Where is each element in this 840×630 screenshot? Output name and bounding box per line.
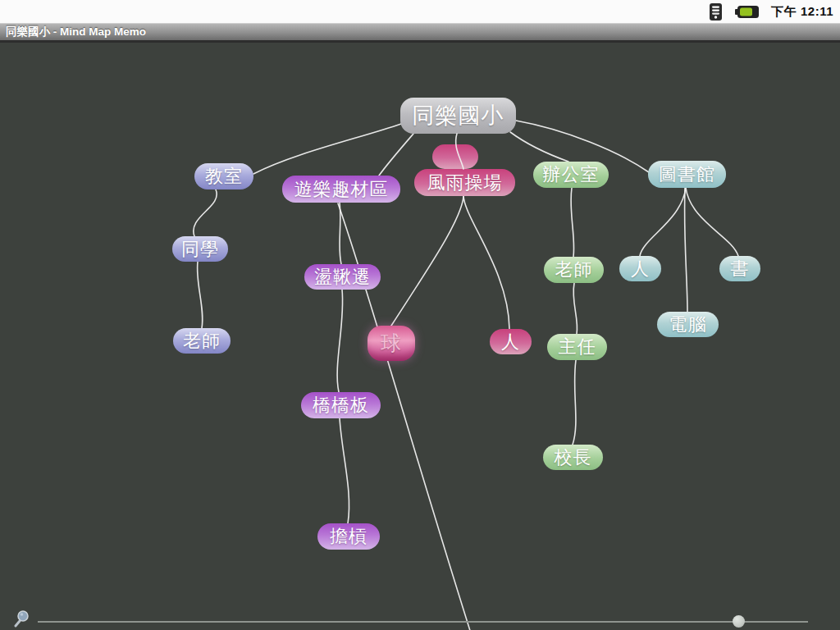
mindmap-node-play-area[interactable]: 遊樂趣材區 [282, 176, 400, 203]
title-bar: 同樂國小 - Mind Map Memo [0, 23, 840, 43]
mindmap-nodes-layer: 同樂國小教室同學老師遊樂趣材區盪鞦遷橋橋板擔槓風雨操場球人辦公室老師主任校長圖書… [0, 0, 840, 630]
mindmap-node-classmate[interactable]: 同學 [172, 236, 228, 262]
mindmap-node-unnamed[interactable] [432, 144, 478, 169]
clock: 下午 12:11 [771, 4, 833, 20]
magnifier-icon[interactable] [13, 609, 31, 630]
status-bar: 下午 12:11 [0, 0, 840, 23]
mindmap-node-book[interactable]: 書 [719, 256, 760, 281]
mindmap-node-rain-playground[interactable]: 風雨操場 [414, 169, 515, 196]
mindmap-node-principal[interactable]: 校長 [543, 445, 603, 470]
mindmap-node-office[interactable]: 辦公室 [533, 162, 609, 188]
mindmap-node-library[interactable]: 圖書館 [648, 161, 726, 188]
mindmap-node-teacher-office[interactable]: 老師 [544, 257, 604, 283]
mindmap-node-person-pink[interactable]: 人 [490, 329, 532, 354]
mindmap-node-ball[interactable]: 球 [368, 326, 415, 361]
mindmap-node-computer[interactable]: 電腦 [657, 312, 719, 337]
zoom-slider-handle[interactable] [733, 615, 745, 628]
mindmap-node-seesaw[interactable]: 橋橋板 [301, 392, 381, 418]
mindmap-canvas[interactable]: 同樂國小教室同學老師遊樂趣材區盪鞦遷橋橋板擔槓風雨操場球人辦公室老師主任校長圖書… [0, 0, 840, 630]
mindmap-node-root[interactable]: 同樂國小 [400, 98, 516, 134]
mindmap-node-pullup-bar[interactable]: 擔槓 [317, 523, 380, 550]
mindmap-node-person-teal[interactable]: 人 [619, 256, 661, 281]
mindmap-node-classroom[interactable]: 教室 [194, 163, 253, 189]
mindmap-node-director[interactable]: 主任 [547, 334, 607, 360]
zoom-slider-track[interactable] [38, 621, 808, 623]
signal-icon [709, 2, 723, 21]
battery-icon [734, 5, 760, 19]
window-title: 同樂國小 - Mind Map Memo [0, 25, 146, 39]
mindmap-node-teacher-left[interactable]: 老師 [173, 328, 231, 354]
mindmap-node-swing[interactable]: 盪鞦遷 [304, 264, 381, 290]
